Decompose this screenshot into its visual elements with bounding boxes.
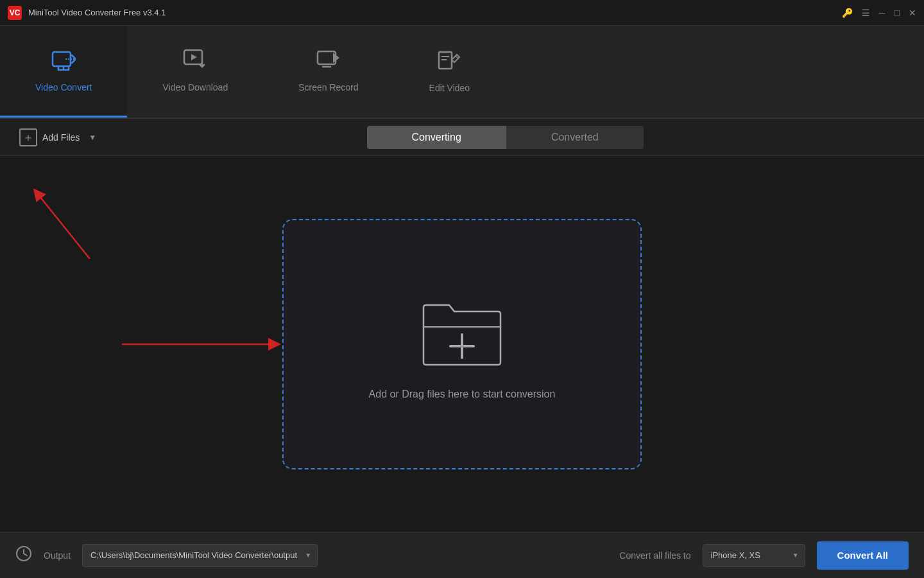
add-files-icon: ＋ xyxy=(19,128,37,146)
convert-all-files-label: Convert all files to xyxy=(619,550,690,561)
nav-bar: Video Convert Video Download Screen Reco… xyxy=(0,26,924,119)
settings-icon[interactable]: 🔑 xyxy=(842,8,853,18)
output-path-select[interactable]: C:\Users\bj\Documents\MiniTool Video Con… xyxy=(82,544,318,567)
arrow-annotation-middle xyxy=(122,331,282,357)
nav-label-video-download: Video Download xyxy=(162,82,228,92)
add-files-dropdown-button[interactable]: ▼ xyxy=(86,129,99,146)
svg-line-21 xyxy=(24,554,27,556)
edit-video-icon xyxy=(438,48,461,76)
svg-line-13 xyxy=(37,193,90,259)
output-label: Output xyxy=(44,550,71,561)
drop-zone[interactable]: Add or Drag files here to start conversi… xyxy=(282,219,642,469)
nav-item-video-download[interactable]: Video Download xyxy=(127,26,263,118)
nav-label-screen-record: Screen Record xyxy=(298,82,358,92)
add-files-label: Add Files xyxy=(42,132,80,143)
app-title: MiniTool Video Converter Free v3.4.1 xyxy=(28,8,842,17)
video-convert-icon xyxy=(51,49,76,76)
clock-icon xyxy=(15,545,32,566)
main-content: Add or Drag files here to start conversi… xyxy=(0,156,924,532)
nav-label-video-convert: Video Convert xyxy=(35,82,92,92)
tab-converted[interactable]: Converted xyxy=(506,126,644,149)
arrow-annotation-top xyxy=(19,175,109,265)
tab-switcher: Converting Converted xyxy=(367,126,644,149)
toolbar: ＋ Add Files ▼ Converting Converted xyxy=(0,119,924,156)
target-format-select[interactable]: iPhone X, XS xyxy=(703,544,805,567)
bottom-bar: Output C:\Users\bj\Documents\MiniTool Vi… xyxy=(0,532,924,578)
maximize-button[interactable]: □ xyxy=(894,8,900,18)
tab-converting[interactable]: Converting xyxy=(367,126,506,149)
convert-all-button[interactable]: Convert All xyxy=(817,541,909,570)
video-download-icon xyxy=(183,49,207,76)
drop-zone-text: Add or Drag files here to start conversi… xyxy=(369,389,556,400)
target-format-wrapper: iPhone X, XS ▼ xyxy=(703,544,805,567)
nav-item-screen-record[interactable]: Screen Record xyxy=(263,26,393,118)
app-logo: VC xyxy=(8,6,22,20)
svg-marker-4 xyxy=(191,54,197,60)
title-bar: VC MiniTool Video Converter Free v3.4.1 … xyxy=(0,0,924,26)
minimize-button[interactable]: ─ xyxy=(879,8,886,18)
menu-icon[interactable]: ☰ xyxy=(862,8,870,18)
screen-record-icon xyxy=(316,49,341,76)
window-controls: 🔑 ☰ ─ □ ✕ xyxy=(842,8,916,18)
close-button[interactable]: ✕ xyxy=(909,8,916,18)
add-files-button[interactable]: ＋ Add Files xyxy=(13,125,86,150)
svg-rect-5 xyxy=(318,51,336,64)
output-path-wrapper: C:\Users\bj\Documents\MiniTool Video Con… xyxy=(82,544,318,567)
folder-icon xyxy=(411,288,513,374)
nav-item-edit-video[interactable]: Edit Video xyxy=(394,26,506,118)
svg-rect-0 xyxy=(53,52,71,66)
nav-item-video-convert[interactable]: Video Convert xyxy=(0,26,127,118)
nav-label-edit-video: Edit Video xyxy=(429,83,470,93)
